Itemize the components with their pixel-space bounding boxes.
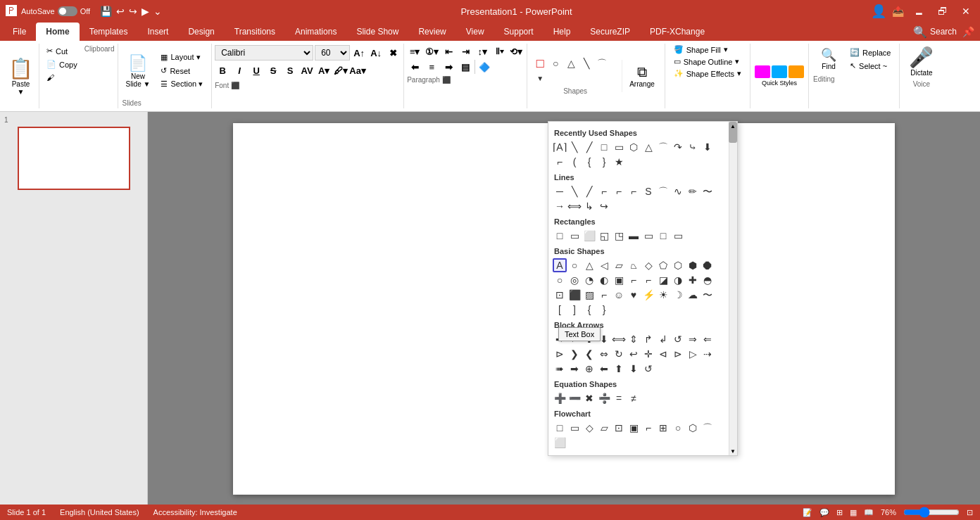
pin-icon[interactable]: 📌 xyxy=(962,26,974,37)
cloud-shape[interactable]: ☁ xyxy=(686,288,700,302)
line-s[interactable]: S xyxy=(641,184,655,198)
quick-style-3[interactable] xyxy=(789,65,804,78)
shape-effects-button[interactable]: ✨ Shape Effects ▾ xyxy=(670,68,746,80)
shape-line1[interactable]: ╲ xyxy=(567,140,582,154)
moon-shape[interactable]: ☽ xyxy=(671,288,685,302)
halfframe-shape[interactable]: ⌐ xyxy=(627,273,641,287)
penta-shape[interactable]: ⬠ xyxy=(656,258,670,272)
eq-minus[interactable]: ➖ xyxy=(567,391,582,405)
oct-shape[interactable]: ⯃ xyxy=(701,258,715,272)
trap-shape[interactable]: ⏢ xyxy=(627,258,641,272)
tab-view[interactable]: View xyxy=(456,23,494,41)
arrow-chevron-l[interactable]: ❮ xyxy=(582,347,596,361)
shape-paren1[interactable]: ( xyxy=(567,155,582,169)
arrow-corner-r[interactable]: ↱ xyxy=(641,332,655,346)
line-dblarrow[interactable]: ⟺ xyxy=(567,199,582,213)
shape-arrow2[interactable]: ⤷ xyxy=(686,140,700,154)
underline-button[interactable]: U xyxy=(249,63,264,78)
save-icon[interactable]: 💾 xyxy=(100,6,112,17)
notes-btn[interactable]: 📝 xyxy=(803,508,812,517)
arrow-dbl-notch[interactable]: ⇔ xyxy=(597,347,611,361)
shape-star[interactable]: ★ xyxy=(612,155,626,169)
quick-style-2[interactable] xyxy=(772,65,787,78)
arrow-dbl-h[interactable]: ⟺ xyxy=(612,332,626,346)
cut-button[interactable]: ✂Cut xyxy=(42,45,82,57)
shapes-scrollbar[interactable]: ▲ ▼ xyxy=(729,122,737,455)
line-curve2[interactable]: ∿ xyxy=(671,184,685,198)
shape-brace2[interactable]: } xyxy=(597,155,611,169)
arc-shape[interactable]: ◔ xyxy=(582,273,596,287)
tab-support[interactable]: Support xyxy=(494,23,544,41)
fc-doc[interactable]: ⌐ xyxy=(641,421,655,435)
line-elbow3[interactable]: ⌐ xyxy=(627,184,641,198)
arrow-callout2[interactable]: ➡ xyxy=(567,362,582,376)
line-arrow[interactable]: → xyxy=(553,199,567,213)
search-ribbon-icon[interactable]: 🔍 xyxy=(913,25,927,39)
eq-multiply[interactable]: ✖ xyxy=(582,391,596,405)
fold-shape[interactable]: ⌐ xyxy=(597,288,611,302)
arrow-callout[interactable]: ➠ xyxy=(553,362,567,376)
highlight-button[interactable]: 🖊▾ xyxy=(333,63,348,78)
block-arc[interactable]: ◓ xyxy=(701,273,715,287)
copy-button[interactable]: 📄Copy xyxy=(42,58,82,70)
para-shape[interactable]: ▱ xyxy=(612,258,626,272)
char-spacing-button[interactable]: AV xyxy=(299,63,315,78)
rect-snipped[interactable]: ⬜ xyxy=(582,229,596,243)
shape-ang[interactable]: ⌐ xyxy=(553,155,567,169)
shape-rect[interactable]: □ xyxy=(597,140,611,154)
minimize-button[interactable]: 🗕 xyxy=(910,4,928,18)
rect-basic[interactable]: □ xyxy=(553,229,567,243)
rect-round-snip[interactable]: ▬ xyxy=(627,229,641,243)
customize-icon[interactable]: ⌄ xyxy=(153,6,162,17)
sun-shape[interactable]: ☀ xyxy=(656,288,670,302)
layout-button[interactable]: ▦Layout ▾ xyxy=(156,51,207,63)
font-decrease-button[interactable]: A↓ xyxy=(368,45,384,61)
tab-design[interactable]: Design xyxy=(178,23,224,41)
align-right-button[interactable]: ➡ xyxy=(441,59,456,75)
rect-rounded[interactable]: ▭ xyxy=(567,229,582,243)
fc-prepare[interactable]: ⬡ xyxy=(686,421,700,435)
arrow-circle2[interactable]: ↺ xyxy=(641,362,655,376)
arrow-corner-u[interactable]: ↺ xyxy=(671,332,685,346)
redo-icon[interactable]: ↪ xyxy=(129,6,137,17)
justify-button[interactable]: ▤ xyxy=(458,59,473,75)
arrow-notch-l[interactable]: ⇐ xyxy=(701,332,715,346)
decrease-indent-button[interactable]: ⇤ xyxy=(441,44,456,59)
shadow-button[interactable]: S xyxy=(282,63,298,78)
diagstripe-shape[interactable]: ◪ xyxy=(656,273,670,287)
line-curved-arrow[interactable]: ↪ xyxy=(597,199,611,213)
text-direction-button[interactable]: ⟲▾ xyxy=(508,44,524,59)
shape-roundrect[interactable]: ▭ xyxy=(612,140,626,154)
tab-insert[interactable]: Insert xyxy=(137,23,178,41)
arrow-striped[interactable]: ⇢ xyxy=(701,347,715,361)
frame-shape[interactable]: ▣ xyxy=(612,273,626,287)
arrange-button[interactable]: ⧉ Arrange xyxy=(625,61,659,91)
fc-decision[interactable]: ◇ xyxy=(582,421,596,435)
arrow-proc3[interactable]: ▷ xyxy=(686,347,700,361)
fc-alt-process[interactable]: ▭ xyxy=(567,421,582,435)
shapes-grid-item3[interactable]: △ xyxy=(564,56,578,70)
restore-button[interactable]: 🗗 xyxy=(934,4,952,18)
tab-animations[interactable]: Animations xyxy=(285,23,346,41)
arrow-pentagon[interactable]: ⊳ xyxy=(553,347,567,361)
chord2-shape[interactable]: ◑ xyxy=(671,273,685,287)
tab-home[interactable]: Home xyxy=(36,23,79,41)
arrow-dbl-v[interactable]: ⇕ xyxy=(627,332,641,346)
smart-art-button[interactable]: 🔷 xyxy=(477,59,492,75)
rect-snip2[interactable]: ◳ xyxy=(612,229,626,243)
autosave-toggle[interactable] xyxy=(58,6,77,16)
format-painter-button[interactable]: 🖌 xyxy=(42,72,82,83)
eq-plus[interactable]: ➕ xyxy=(553,391,567,405)
close-button[interactable]: ✕ xyxy=(957,4,974,18)
tab-templates[interactable]: Templates xyxy=(80,23,138,41)
search-ribbon-label[interactable]: Search xyxy=(930,27,957,37)
clear-formatting-button[interactable]: ✖ xyxy=(385,45,401,61)
lightning-shape[interactable]: ⚡ xyxy=(641,288,655,302)
diamond-shape[interactable]: ◇ xyxy=(641,258,655,272)
fc-multidoc[interactable]: ⊞ xyxy=(656,421,670,435)
scroll-up-btn[interactable]: ▲ xyxy=(729,122,737,130)
bevel-shape[interactable]: ▨ xyxy=(582,288,596,302)
arrow-dn-bl[interactable]: ⬇ xyxy=(627,362,641,376)
bracer[interactable]: } xyxy=(597,303,611,317)
chord-shape[interactable]: ◐ xyxy=(597,273,611,287)
